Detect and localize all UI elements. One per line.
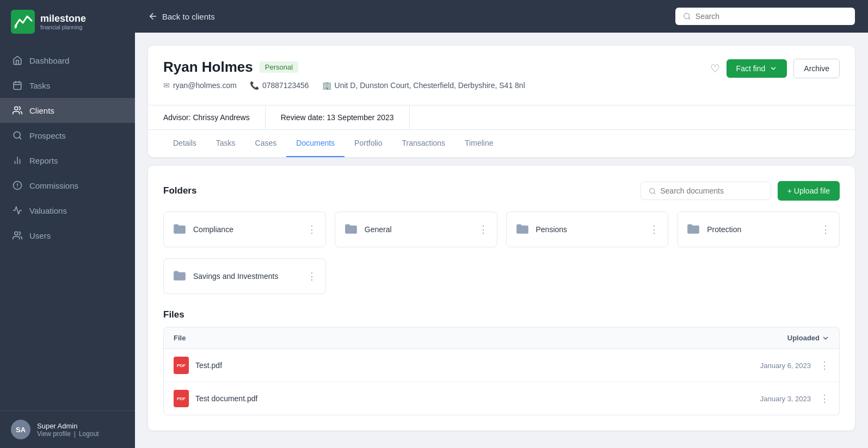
logo-sub: financial planning (40, 24, 86, 30)
folders-header: Folders + Upload file (163, 181, 840, 201)
folder-more-icon[interactable]: ⋮ (649, 225, 659, 234)
advisor-row: Advisor: Chrissy Andrews Review date: 13… (148, 105, 855, 129)
tab-cases[interactable]: Cases (245, 130, 287, 157)
search-input[interactable] (695, 12, 847, 21)
folder-more-icon[interactable]: ⋮ (307, 225, 317, 234)
sort-icon (822, 334, 829, 342)
sidebar-item-clients[interactable]: Clients (0, 98, 135, 123)
upload-file-button[interactable]: + Upload file (778, 181, 840, 201)
col-file-header: File (174, 334, 186, 342)
folder-grid-row1: Compliance ⋮ General ⋮ (163, 211, 840, 247)
file-name: Test document.pdf (195, 394, 257, 403)
advisor-cell: Advisor: Chrissy Andrews (148, 105, 266, 129)
tab-details[interactable]: Details (163, 130, 206, 157)
folder-savings[interactable]: Savings and Investments ⋮ (163, 258, 326, 294)
file-name: Test.pdf (195, 361, 222, 370)
folder-compliance[interactable]: Compliance ⋮ (163, 211, 326, 247)
sidebar-item-label: Users (29, 231, 51, 240)
sidebar-item-label: Tasks (29, 81, 50, 90)
files-table-header: File Uploaded (164, 327, 839, 349)
svg-rect-2 (14, 82, 21, 90)
logout-link[interactable]: Logout (79, 430, 99, 438)
sidebar-item-dashboard[interactable]: Dashboard (0, 48, 135, 73)
sidebar-item-label: Reports (29, 156, 58, 165)
sidebar-item-users[interactable]: Users (0, 223, 135, 248)
back-button-label: Back to clients (162, 12, 215, 21)
folder-general[interactable]: General ⋮ (335, 211, 497, 247)
folder-pensions-name: Pensions (536, 225, 568, 234)
sidebar-item-label: Clients (29, 106, 54, 115)
file-more-menu[interactable]: ⋮ (820, 359, 829, 371)
prospects-icon (12, 130, 23, 141)
tab-portfolio[interactable]: Portfolio (344, 130, 392, 157)
address-icon: 🏢 (322, 81, 331, 90)
topbar: Back to clients (135, 0, 868, 33)
folder-more-icon[interactable]: ⋮ (478, 225, 488, 234)
client-email: ✉ ryan@holmes.com (163, 81, 237, 90)
chevron-down-icon (769, 65, 777, 72)
email-icon: ✉ (163, 81, 170, 90)
svg-line-20 (654, 192, 655, 194)
home-icon (12, 55, 23, 66)
search-icon (683, 12, 691, 21)
folder-protection[interactable]: Protection ⋮ (677, 211, 840, 247)
users-icon (12, 230, 23, 241)
avatar: SA (11, 420, 30, 439)
folder-more-icon[interactable]: ⋮ (307, 271, 317, 281)
folders-title: Folders (163, 185, 196, 196)
sidebar-item-valuations[interactable]: Valuations (0, 198, 135, 223)
folder-grid-row2: Savings and Investments ⋮ (163, 258, 840, 294)
col-uploaded-header: Uploaded (787, 334, 829, 342)
folder-icon (173, 269, 187, 284)
sidebar-item-reports[interactable]: Reports (0, 148, 135, 173)
fact-find-button[interactable]: Fact find (727, 59, 787, 78)
favorite-button[interactable]: ♡ (710, 62, 720, 75)
file-more-menu[interactable]: ⋮ (820, 393, 829, 405)
folder-pensions[interactable]: Pensions ⋮ (506, 211, 669, 247)
folder-icon (344, 222, 358, 237)
valuations-icon (12, 205, 23, 216)
sidebar-item-prospects[interactable]: Prospects (0, 123, 135, 148)
tab-transactions[interactable]: Transactions (392, 130, 455, 157)
sidebar-navigation: Dashboard Tasks Clients Prospects (0, 43, 135, 410)
svg-line-18 (688, 18, 690, 20)
commissions-icon (12, 180, 23, 191)
folder-icon (686, 222, 700, 237)
global-search-box[interactable] (675, 8, 855, 25)
search-docs-icon (649, 187, 656, 195)
reports-icon (12, 155, 23, 166)
back-to-clients-button[interactable]: Back to clients (148, 11, 215, 21)
search-documents-input[interactable] (660, 186, 763, 195)
file-date: January 6, 2023 (760, 362, 811, 370)
folder-icon (515, 222, 530, 237)
milestone-logo-icon (11, 10, 35, 34)
client-card: Ryan Holmes Personal ✉ ryan@holmes.com 📞… (148, 46, 855, 157)
search-documents-box[interactable] (641, 182, 771, 200)
svg-point-15 (15, 232, 18, 235)
sidebar-item-tasks[interactable]: Tasks (0, 73, 135, 98)
view-profile-link[interactable]: View profile (37, 430, 71, 438)
sidebar: milestone financial planning Dashboard T… (0, 0, 135, 448)
sidebar-item-commissions[interactable]: Commissions (0, 173, 135, 198)
tab-tasks[interactable]: Tasks (206, 130, 245, 157)
client-address: 🏢 Unit D, Dunston Court, Chesterfield, D… (322, 81, 525, 90)
svg-line-8 (19, 137, 21, 139)
archive-button[interactable]: Archive (793, 59, 840, 78)
review-date-cell: Review date: 13 September 2023 (266, 105, 410, 129)
advisor-empty-cell (410, 105, 855, 129)
folder-more-icon[interactable]: ⋮ (821, 225, 830, 234)
file-date: January 3, 2023 (760, 395, 811, 403)
tab-timeline[interactable]: Timeline (455, 130, 503, 157)
sidebar-logo: milestone financial planning (0, 0, 135, 43)
tabs-row: Details Tasks Cases Documents Portfolio … (148, 129, 855, 157)
documents-section: Folders + Upload file Complia (148, 166, 855, 431)
table-row[interactable]: PDF Test document.pdf January 3, 2023 ⋮ (164, 382, 839, 415)
folder-general-name: General (365, 225, 392, 234)
folders-actions: + Upload file (641, 181, 840, 201)
tab-documents[interactable]: Documents (286, 130, 344, 157)
files-table: File Uploaded PDF Test.pdf Ja (163, 327, 840, 415)
svg-point-6 (15, 107, 18, 110)
table-row[interactable]: PDF Test.pdf January 6, 2023 ⋮ (164, 349, 839, 382)
client-actions: ♡ Fact find Archive (710, 59, 840, 78)
pdf-icon: PDF (174, 390, 189, 407)
